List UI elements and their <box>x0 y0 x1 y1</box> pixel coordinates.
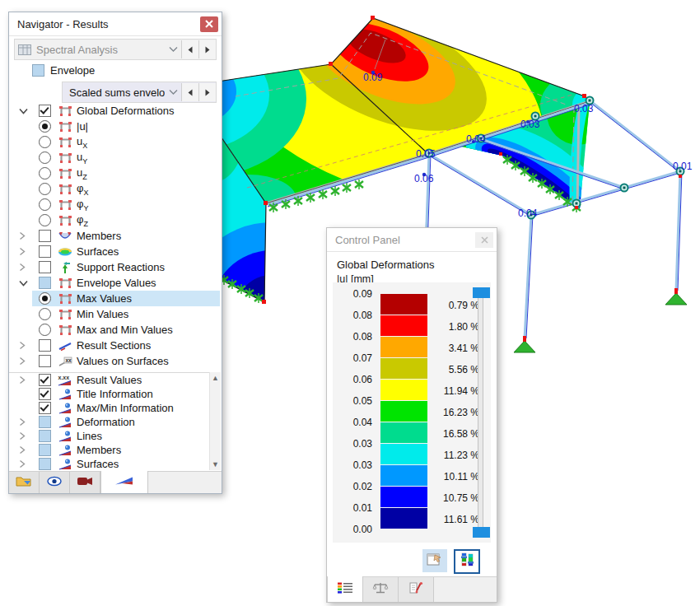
prev-case-button[interactable] <box>181 40 198 58</box>
tree-item-max-min-information[interactable]: Max/Min Information <box>9 401 209 415</box>
tree-item-label: uX <box>74 135 87 150</box>
tree-item-result-sections[interactable]: Result Sections <box>9 338 220 353</box>
expand-open-icon[interactable] <box>19 280 33 287</box>
checkbox-result-sections[interactable] <box>39 339 51 352</box>
panel-options-button[interactable] <box>422 549 447 572</box>
expand-closed-icon[interactable] <box>19 459 33 468</box>
expand-closed-icon[interactable] <box>19 357 33 366</box>
checkbox-title-information[interactable] <box>39 388 51 400</box>
tree-item-max-values[interactable]: Max Values <box>9 291 220 306</box>
tree-item-ux[interactable]: uX <box>9 134 220 150</box>
radio-max-and-min-values[interactable] <box>39 324 51 336</box>
envelope-dropdown[interactable]: Scaled sums envelope <box>62 82 217 103</box>
tree-item-min-values[interactable]: Min Values <box>9 306 220 322</box>
checkbox-deformation[interactable] <box>39 416 51 428</box>
envelope-checkbox[interactable] <box>32 64 44 77</box>
scale-slider-track[interactable] <box>478 292 483 533</box>
tab-filter[interactable] <box>399 577 434 602</box>
tree-item-y[interactable]: φY <box>9 197 220 212</box>
tab-data[interactable] <box>9 472 40 493</box>
radio-ux[interactable] <box>39 136 51 148</box>
node-value-label: 0.03 <box>520 119 539 129</box>
radio-uy[interactable] <box>39 152 51 164</box>
scrollbar[interactable]: ▲ ▼ <box>209 372 221 470</box>
camera-icon <box>76 475 94 491</box>
checkbox-surfaces[interactable] <box>39 458 51 470</box>
close-icon[interactable] <box>475 232 493 248</box>
frame-icon <box>56 167 74 179</box>
checkbox-lines[interactable] <box>39 430 51 442</box>
analysis-dropdown[interactable]: Spectral Analysis <box>14 39 217 60</box>
radio-min-values[interactable] <box>39 308 51 320</box>
frame-icon <box>56 183 74 195</box>
tree-item-members[interactable]: Members <box>9 228 220 244</box>
tree-item-z[interactable]: φZ <box>9 212 220 228</box>
tree-item-uz[interactable]: uZ <box>9 165 220 181</box>
radio-uz[interactable] <box>39 167 51 179</box>
radio-max-values[interactable] <box>39 292 51 305</box>
tree-item-values-on-surfaces[interactable]: xxValues on Surfaces <box>9 353 220 369</box>
tree-item-max-and-min-values[interactable]: Max and Min Values <box>9 322 220 338</box>
checkbox-support-reactions[interactable] <box>39 261 51 273</box>
scale-slider-handle-bottom[interactable] <box>473 527 490 538</box>
navigator-tabbar <box>9 471 222 493</box>
navigator-titlebar[interactable]: Navigator - Results <box>9 12 222 36</box>
radio-x[interactable] <box>39 183 51 195</box>
checkbox-envelope-values[interactable] <box>39 277 51 289</box>
tree-item-members[interactable]: Members <box>9 443 209 457</box>
tree-item-u[interactable]: |u| <box>9 119 220 134</box>
scale-slider-handle-top[interactable] <box>473 287 490 298</box>
tab-display[interactable] <box>40 472 70 493</box>
tree-item-surfaces[interactable]: Surfaces <box>9 244 220 259</box>
checkbox-values-on-surfaces[interactable] <box>39 355 51 367</box>
checkbox-members[interactable] <box>39 230 51 242</box>
color-scale-options-button[interactable] <box>454 549 480 574</box>
expand-closed-icon[interactable] <box>19 231 33 240</box>
tree-item-uy[interactable]: uY <box>9 150 220 165</box>
next-case-button[interactable] <box>198 40 216 58</box>
expand-closed-icon[interactable] <box>19 445 33 454</box>
checkbox-max-min-information[interactable] <box>39 402 51 414</box>
expand-closed-icon[interactable] <box>19 341 33 350</box>
chevron-down-icon[interactable] <box>165 89 181 96</box>
tree-item-envelope-values[interactable]: Envelope Values <box>9 275 220 291</box>
control-panel-titlebar[interactable]: Control Panel <box>327 228 497 252</box>
tree-item-title-information[interactable]: Title Information <box>9 387 209 401</box>
envelope-row[interactable]: Envelope <box>32 62 95 78</box>
tree-item-lines[interactable]: Lines <box>9 429 209 443</box>
expand-closed-icon[interactable] <box>19 417 33 427</box>
tab-factors[interactable] <box>363 577 399 602</box>
frame-icon <box>56 136 74 148</box>
radio-u[interactable] <box>39 120 51 133</box>
tree-item-deformation[interactable]: Deformation <box>9 415 209 429</box>
tab-color-scale[interactable] <box>327 576 363 602</box>
legend-percent-label: 1.80 % <box>418 321 479 333</box>
tab-results[interactable] <box>100 471 148 493</box>
close-icon[interactable] <box>200 16 218 32</box>
radio-z[interactable] <box>39 214 51 226</box>
scroll-up-icon[interactable]: ▲ <box>212 372 219 384</box>
checkbox-members[interactable] <box>39 444 51 456</box>
expand-open-icon[interactable] <box>19 108 33 114</box>
checkbox-result-values[interactable] <box>39 374 51 386</box>
expand-closed-icon[interactable] <box>19 431 33 441</box>
checkbox-surfaces[interactable] <box>39 245 51 258</box>
radio-y[interactable] <box>39 198 51 211</box>
expand-closed-icon[interactable] <box>19 375 33 385</box>
scroll-down-icon[interactable]: ▼ <box>212 459 219 470</box>
tab-views[interactable] <box>70 472 100 493</box>
tree-item-support-reactions[interactable]: Support Reactions <box>9 259 220 275</box>
tree-item-global-deformations[interactable]: Global Deformations <box>9 103 220 119</box>
expand-closed-icon[interactable] <box>19 247 33 256</box>
node-value-label: 0.04 <box>518 208 537 218</box>
legend-tick-label: 0.04 <box>333 417 372 428</box>
tree-item-result-values[interactable]: x.xxResult Values <box>9 373 209 387</box>
legend-percent-label: 0.79 % <box>418 300 479 311</box>
tree-item-surfaces[interactable]: Surfaces <box>9 457 209 471</box>
prev-envelope-button[interactable] <box>181 83 198 101</box>
expand-closed-icon[interactable] <box>19 263 33 272</box>
checkbox-global-deformations[interactable] <box>39 105 51 117</box>
next-envelope-button[interactable] <box>198 83 216 101</box>
chevron-down-icon[interactable] <box>165 46 181 53</box>
tree-item-x[interactable]: φX <box>9 181 220 197</box>
